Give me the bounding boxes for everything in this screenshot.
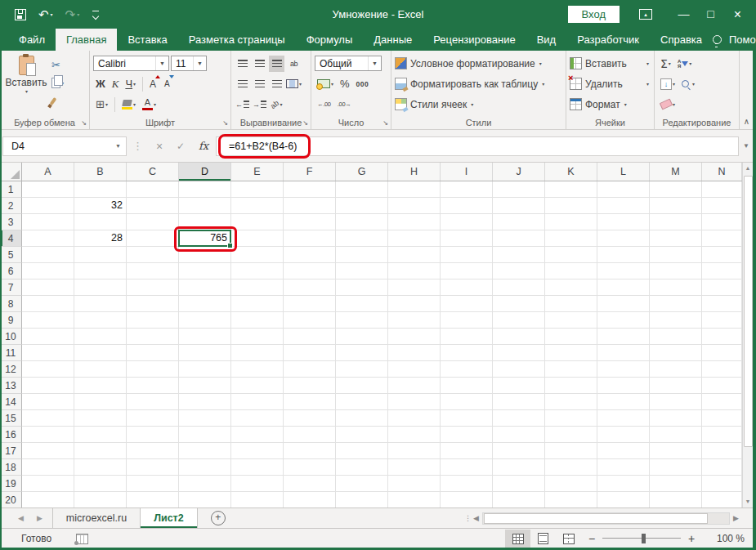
- cut-button[interactable]: ✂: [49, 56, 66, 74]
- delete-cells-button[interactable]: Удалить▾: [570, 74, 652, 94]
- cell-M8[interactable]: [650, 296, 702, 312]
- cell-I8[interactable]: [441, 296, 493, 312]
- cell-N18[interactable]: [702, 459, 742, 476]
- number-format-combo[interactable]: Общий ▼: [315, 56, 382, 71]
- cell-L11[interactable]: [597, 345, 650, 361]
- cell-K5[interactable]: [545, 247, 597, 263]
- cell-B14[interactable]: [74, 394, 127, 410]
- conditional-formatting-button[interactable]: Условное форматирование▾: [395, 53, 564, 74]
- undo-button[interactable]: ↶▾: [38, 8, 53, 20]
- cell-D16[interactable]: [179, 427, 231, 443]
- cell-B10[interactable]: [74, 329, 127, 345]
- cell-D1[interactable]: [179, 181, 231, 198]
- decrease-font-button[interactable]: А: [162, 75, 174, 92]
- align-left-button[interactable]: [235, 76, 250, 92]
- vertical-scroll-thumb[interactable]: [744, 176, 753, 447]
- cell-G7[interactable]: [336, 279, 388, 296]
- cell-D7[interactable]: [179, 279, 231, 296]
- cell-H17[interactable]: [388, 443, 441, 459]
- cell-L9[interactable]: [597, 312, 650, 329]
- sign-in-button[interactable]: Вход: [568, 6, 620, 23]
- row-header-18[interactable]: 18: [0, 459, 22, 476]
- cell-E7[interactable]: [231, 279, 284, 296]
- cell-J5[interactable]: [493, 247, 545, 263]
- font-dialog-launcher[interactable]: ↘: [222, 119, 228, 127]
- cell-H1[interactable]: [388, 181, 441, 198]
- row-header-6[interactable]: 6: [0, 263, 22, 279]
- cell-N7[interactable]: [702, 279, 742, 296]
- cell-F12[interactable]: [284, 361, 336, 378]
- prev-sheet-icon[interactable]: ◀: [18, 514, 24, 522]
- customize-quick-access-icon[interactable]: [92, 11, 100, 18]
- cell-L7[interactable]: [597, 279, 650, 296]
- cell-A2[interactable]: [22, 198, 74, 214]
- cell-J10[interactable]: [493, 329, 545, 345]
- cell-H2[interactable]: [388, 198, 441, 214]
- cell-F18[interactable]: [284, 459, 336, 476]
- cell-M10[interactable]: [650, 329, 702, 345]
- cell-I14[interactable]: [441, 394, 493, 410]
- cell-D19[interactable]: [179, 476, 231, 492]
- cell-A7[interactable]: [22, 279, 74, 296]
- ribbon-display-options-icon[interactable]: ▴: [639, 9, 652, 20]
- close-button[interactable]: ×: [724, 0, 751, 29]
- cell-F3[interactable]: [284, 214, 336, 230]
- maximize-button[interactable]: □: [697, 0, 724, 29]
- help-assistant-tab[interactable]: Помощн: [729, 34, 756, 46]
- cell-H4[interactable]: [388, 230, 441, 247]
- cell-G5[interactable]: [336, 247, 388, 263]
- cell-N10[interactable]: [702, 329, 742, 345]
- cell-B11[interactable]: [74, 345, 127, 361]
- cell-E11[interactable]: [231, 345, 284, 361]
- cell-M16[interactable]: [650, 427, 702, 443]
- cell-B16[interactable]: [74, 427, 127, 443]
- cell-I15[interactable]: [441, 410, 493, 427]
- cell-A5[interactable]: [22, 247, 74, 263]
- cell-I16[interactable]: [441, 427, 493, 443]
- name-box-dropdown-icon[interactable]: ▼: [110, 137, 126, 155]
- cell-F7[interactable]: [284, 279, 336, 296]
- cell-G15[interactable]: [336, 410, 388, 427]
- cell-C17[interactable]: [127, 443, 179, 459]
- cell-M19[interactable]: [650, 476, 702, 492]
- cell-L19[interactable]: [597, 476, 650, 492]
- column-header-I[interactable]: I: [441, 163, 493, 181]
- borders-button[interactable]: ⊞▾: [93, 96, 110, 113]
- cell-F4[interactable]: [284, 230, 336, 247]
- cell-A16[interactable]: [22, 427, 74, 443]
- cell-B13[interactable]: [74, 378, 127, 394]
- row-header-13[interactable]: 13: [0, 378, 22, 394]
- row-header-10[interactable]: 10: [0, 329, 22, 345]
- cell-C1[interactable]: [127, 181, 179, 198]
- cell-G3[interactable]: [336, 214, 388, 230]
- column-header-G[interactable]: G: [336, 163, 388, 181]
- cell-C7[interactable]: [127, 279, 179, 296]
- cell-F2[interactable]: [284, 198, 336, 214]
- cell-M14[interactable]: [650, 394, 702, 410]
- row-header-1[interactable]: 1: [0, 181, 22, 198]
- clear-button[interactable]: ▾: [658, 96, 678, 113]
- increase-font-button[interactable]: А: [147, 75, 160, 92]
- cell-J18[interactable]: [493, 459, 545, 476]
- paste-button[interactable]: Вставить ▾: [3, 53, 49, 115]
- collapse-ribbon-icon[interactable]: ∧: [744, 117, 749, 126]
- cell-H19[interactable]: [388, 476, 441, 492]
- cell-D4[interactable]: 765: [179, 230, 231, 247]
- cell-A18[interactable]: [22, 459, 74, 476]
- column-header-L[interactable]: L: [597, 163, 650, 181]
- menu-tab-вставка[interactable]: Вставка: [117, 29, 177, 51]
- cell-C3[interactable]: [127, 214, 179, 230]
- cell-I4[interactable]: [441, 230, 493, 247]
- cell-D17[interactable]: [179, 443, 231, 459]
- cell-M12[interactable]: [650, 361, 702, 378]
- cell-E13[interactable]: [231, 378, 284, 394]
- cell-G9[interactable]: [336, 312, 388, 329]
- cell-G1[interactable]: [336, 181, 388, 198]
- cell-J12[interactable]: [493, 361, 545, 378]
- insert-function-button[interactable]: fx: [191, 140, 216, 152]
- cell-B19[interactable]: [74, 476, 127, 492]
- cell-M17[interactable]: [650, 443, 702, 459]
- cell-A15[interactable]: [22, 410, 74, 427]
- cell-B4[interactable]: 28: [74, 230, 127, 247]
- italic-button[interactable]: К: [110, 75, 122, 92]
